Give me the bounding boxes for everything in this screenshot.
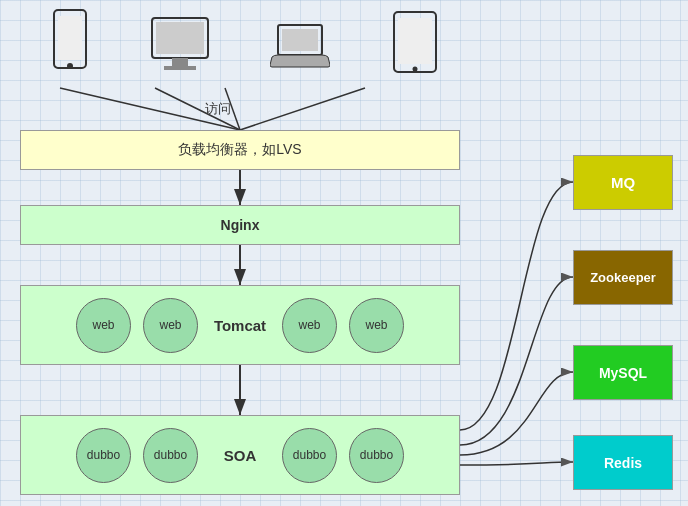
nginx-label: Nginx: [221, 217, 260, 233]
mq-box: MQ: [573, 155, 673, 210]
redis-box: Redis: [573, 435, 673, 490]
web-node-4: web: [349, 298, 404, 353]
monitor-icon: [150, 16, 210, 76]
dubbo-node-4: dubbo: [349, 428, 404, 483]
web-node-3: web: [282, 298, 337, 353]
svg-rect-14: [172, 58, 188, 66]
mysql-label: MySQL: [599, 365, 647, 381]
lvs-label: 负载均衡器，如LVS: [178, 141, 301, 159]
svg-point-11: [67, 63, 73, 69]
svg-rect-19: [398, 18, 432, 64]
tomcat-label: Tomcat: [210, 317, 270, 334]
svg-rect-13: [156, 22, 204, 54]
diagram-container: 访问 负载均衡器，如LVS Nginx web web Tomcat web w…: [0, 0, 688, 506]
svg-rect-15: [164, 66, 196, 70]
tablet-icon: [390, 10, 440, 76]
devices-row: [20, 8, 470, 76]
zookeeper-label: Zookeeper: [590, 270, 656, 285]
visit-label: 访问: [205, 100, 231, 118]
soa-label: SOA: [210, 447, 270, 464]
dubbo-node-2: dubbo: [143, 428, 198, 483]
web-node-1: web: [76, 298, 131, 353]
zookeeper-box: Zookeeper: [573, 250, 673, 305]
redis-label: Redis: [604, 455, 642, 471]
lvs-box: 负载均衡器，如LVS: [20, 130, 460, 170]
phone-icon: [50, 8, 90, 76]
tomcat-box: web web Tomcat web web: [20, 285, 460, 365]
dubbo-node-3: dubbo: [282, 428, 337, 483]
svg-rect-10: [58, 16, 82, 60]
nginx-box: Nginx: [20, 205, 460, 245]
svg-rect-17: [282, 29, 318, 51]
dubbo-node-1: dubbo: [76, 428, 131, 483]
web-node-2: web: [143, 298, 198, 353]
soa-box: dubbo dubbo SOA dubbo dubbo: [20, 415, 460, 495]
svg-line-5: [240, 88, 365, 130]
mq-label: MQ: [611, 174, 635, 191]
mysql-box: MySQL: [573, 345, 673, 400]
laptop-icon: [270, 21, 330, 76]
svg-point-20: [413, 67, 418, 72]
